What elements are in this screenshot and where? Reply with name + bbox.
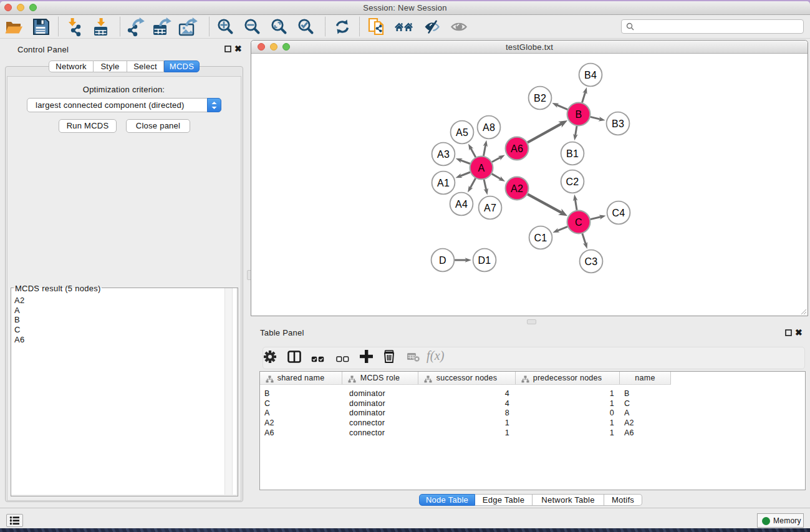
svg-text:A7: A7 bbox=[484, 203, 496, 213]
svg-text:A5: A5 bbox=[456, 127, 468, 138]
svg-text:A6: A6 bbox=[511, 143, 523, 154]
svg-text:D: D bbox=[439, 255, 446, 266]
svg-text:B2: B2 bbox=[534, 93, 546, 104]
svg-text:A1: A1 bbox=[437, 178, 450, 188]
svg-text:A: A bbox=[478, 163, 485, 173]
svg-text:C4: C4 bbox=[612, 208, 625, 218]
svg-text:C3: C3 bbox=[585, 256, 598, 267]
svg-text:C: C bbox=[575, 217, 582, 228]
svg-text:B4: B4 bbox=[584, 70, 597, 80]
svg-text:A4: A4 bbox=[455, 199, 468, 210]
svg-text:D1: D1 bbox=[478, 255, 491, 266]
svg-text:B3: B3 bbox=[612, 118, 624, 129]
svg-text:B: B bbox=[576, 109, 582, 120]
svg-text:A2: A2 bbox=[511, 183, 523, 194]
svg-text:A8: A8 bbox=[483, 122, 495, 133]
svg-text:C2: C2 bbox=[566, 177, 579, 187]
svg-text:A3: A3 bbox=[437, 149, 450, 160]
svg-text:B1: B1 bbox=[566, 148, 579, 159]
svg-text:C1: C1 bbox=[534, 233, 547, 243]
